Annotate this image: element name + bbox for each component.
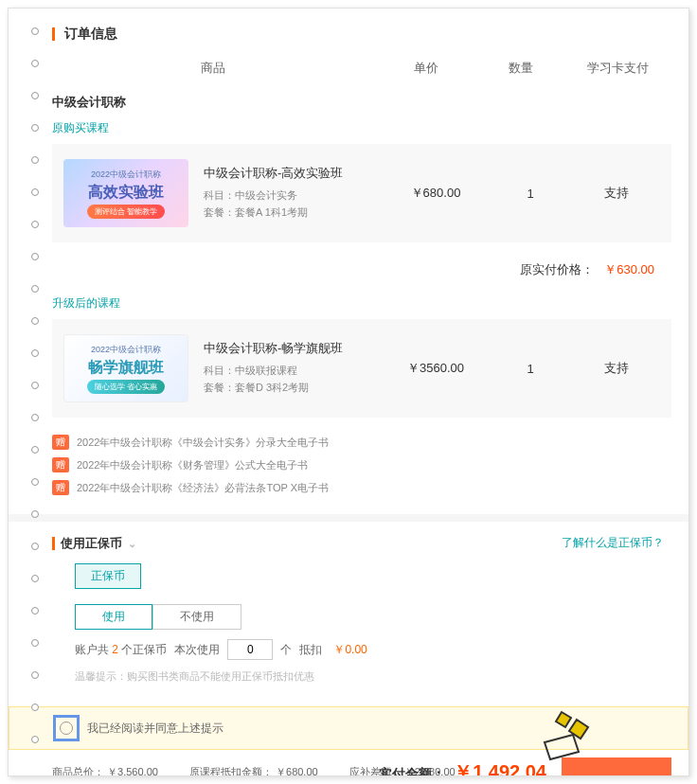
title-bar-icon bbox=[52, 27, 55, 41]
course-thumbnail: 2022中级会计职称 高效实验班 测评结合 智能教学 bbox=[63, 159, 188, 227]
course-row-upgraded: 2022中级会计职称 畅学旗舰班 随心选学 省心实惠 中级会计职称-畅学旗舰班 … bbox=[52, 319, 671, 418]
bullet-dot bbox=[31, 317, 39, 325]
gift-item: 赠 2022年中级会计职称《中级会计实务》分录大全电子书 bbox=[52, 431, 671, 454]
course-price: ￥680.00 bbox=[384, 185, 488, 202]
course-pay: 支持 bbox=[573, 360, 660, 377]
thumb-top-text: 2022中级会计职称 bbox=[91, 169, 161, 181]
gift-item: 赠 2022年中级会计职称《财务管理》公式大全电子书 bbox=[52, 454, 671, 476]
bullet-dot bbox=[31, 639, 39, 647]
course-info: 中级会计职称-高效实验班 科目：中级会计实务 套餐：套餐A 1科1考期 bbox=[204, 165, 384, 221]
coin-account-row: 账户共 2 个正保币 本次使用 个 抵扣 ￥0.00 bbox=[75, 639, 671, 660]
bullet-dot bbox=[31, 27, 39, 35]
thumb-main-text: 畅学旗舰班 bbox=[88, 358, 164, 378]
bullet-dot bbox=[31, 221, 39, 228]
bullet-dot bbox=[31, 253, 39, 260]
course-name: 中级会计职称-畅学旗舰班 bbox=[204, 340, 384, 357]
bullet-dot bbox=[31, 510, 39, 518]
coin-not-use-button[interactable]: 不使用 bbox=[152, 604, 241, 630]
course-thumbnail: 2022中级会计职称 畅学旗舰班 随心选学 省心实惠 bbox=[63, 334, 188, 402]
title-bar-icon bbox=[52, 537, 55, 550]
final-price: ￥1,492.04 bbox=[454, 761, 546, 776]
thumb-badge: 测评结合 智能教学 bbox=[87, 205, 165, 219]
original-course-header: 原购买课程 bbox=[52, 116, 671, 144]
bullet-column bbox=[31, 27, 39, 743]
coin-this-time-label: 本次使用 bbox=[174, 642, 220, 658]
table-header: 商品 单价 数量 学习卡支付 bbox=[52, 52, 671, 90]
coin-account-count: 2 bbox=[112, 643, 118, 656]
coin-info-link[interactable]: 了解什么是正保币？ bbox=[562, 535, 664, 551]
agree-highlight-box bbox=[53, 715, 80, 741]
thumb-main-text: 高效实验班 bbox=[88, 183, 164, 203]
course-subject: 科目：中级联报课程 bbox=[204, 363, 384, 380]
thumb-badge: 随心选学 省心实惠 bbox=[87, 380, 165, 394]
thumb-top-text: 2022中级会计职称 bbox=[91, 344, 161, 356]
bullet-dot bbox=[31, 478, 39, 486]
course-info: 中级会计职称-畅学旗舰班 科目：中级联报课程 套餐：套餐D 3科2考期 bbox=[204, 340, 384, 396]
col-price: 单价 bbox=[374, 60, 478, 77]
bullet-dot bbox=[31, 543, 39, 550]
bullet-dot bbox=[31, 607, 39, 615]
bullet-dot bbox=[31, 671, 39, 679]
original-paid-row: 原实付价格： ￥630.00 bbox=[52, 250, 671, 292]
coin-tip: 温馨提示：购买图书类商品不能使用正保币抵扣优惠 bbox=[75, 669, 671, 684]
agree-bar: 我已经阅读并同意上述提示 bbox=[9, 706, 688, 750]
bullet-dot bbox=[31, 704, 39, 711]
submit-order-button[interactable]: 提交订单 bbox=[562, 757, 671, 776]
coin-unit: 个 bbox=[280, 642, 292, 658]
coin-deduct-label: 抵扣 bbox=[299, 642, 322, 658]
course-subject: 科目：中级会计实务 bbox=[204, 187, 384, 205]
summary-row: 商品总价： ￥3,560.00 原课程抵扣金额： ￥680.00 应补差额： ￥… bbox=[52, 757, 671, 776]
bullet-dot bbox=[31, 156, 39, 164]
gift-badge-icon: 赠 bbox=[52, 435, 69, 450]
agree-radio[interactable] bbox=[60, 722, 73, 735]
gift-badge-icon: 赠 bbox=[52, 480, 69, 495]
gift-text: 2022年中级会计职称《中级会计实务》分录大全电子书 bbox=[77, 436, 329, 450]
section-divider bbox=[9, 514, 688, 522]
bullet-dot bbox=[31, 446, 39, 454]
bullet-dot bbox=[31, 349, 39, 357]
bullet-dot bbox=[31, 124, 39, 132]
main-content: 订单信息 商品 单价 数量 学习卡支付 中级会计职称 原购买课程 2022中级会… bbox=[45, 9, 688, 776]
section-order-info: 订单信息 bbox=[52, 20, 671, 52]
category-title: 中级会计职称 bbox=[52, 90, 671, 116]
paid-label: 原实付价格： bbox=[520, 262, 594, 276]
upgraded-course-header: 升级后的课程 bbox=[52, 292, 671, 319]
coin-deduct-value: ￥0.00 bbox=[333, 642, 366, 658]
final-price-box: 实付金额： ￥1,492.04 （支付成功可获得2880个正保币） bbox=[379, 759, 546, 776]
coin-input[interactable] bbox=[227, 639, 273, 660]
order-info-title: 订单信息 bbox=[64, 26, 117, 41]
bullet-dot bbox=[31, 575, 39, 582]
orig-deduct-value: ￥680.00 bbox=[276, 766, 318, 776]
orig-deduct-label: 原课程抵扣金额： bbox=[189, 766, 273, 776]
coin-use-toggle: 使用 不使用 bbox=[75, 604, 671, 630]
col-qty: 数量 bbox=[478, 60, 563, 77]
bullet-dot bbox=[31, 736, 39, 743]
chevron-down-icon: ⌄ bbox=[128, 538, 136, 550]
coin-tab[interactable]: 正保币 bbox=[75, 563, 141, 589]
final-label: 实付金额： bbox=[379, 766, 445, 776]
summary-area: 商品总价： ￥3,560.00 原课程抵扣金额： ￥680.00 应补差额： ￥… bbox=[52, 750, 671, 776]
course-row-original: 2022中级会计职称 高效实验班 测评结合 智能教学 中级会计职称-高效实验班 … bbox=[52, 144, 671, 242]
bullet-dot bbox=[31, 414, 39, 421]
agree-text: 我已经阅读并同意上述提示 bbox=[87, 721, 223, 737]
bullet-dot bbox=[31, 60, 39, 67]
gift-badge-icon: 赠 bbox=[52, 457, 69, 472]
col-pay: 学习卡支付 bbox=[563, 60, 671, 77]
course-package: 套餐：套餐D 3科2考期 bbox=[204, 380, 384, 397]
gift-text: 2022年中级会计职称《经济法》必背法条TOP X电子书 bbox=[77, 481, 329, 495]
gift-text: 2022年中级会计职称《财务管理》公式大全电子书 bbox=[77, 458, 308, 472]
coin-use-button[interactable]: 使用 bbox=[75, 604, 152, 630]
gift-item: 赠 2022年中级会计职称《经济法》必背法条TOP X电子书 bbox=[52, 476, 671, 499]
course-name: 中级会计职称-高效实验班 bbox=[204, 165, 384, 182]
course-price: ￥3560.00 bbox=[384, 360, 488, 377]
coin-title-text: 使用正保币 bbox=[61, 535, 122, 552]
bullet-dot bbox=[31, 188, 39, 196]
col-product: 商品 bbox=[52, 60, 374, 77]
course-pay: 支持 bbox=[573, 185, 660, 202]
total-label: 商品总价： bbox=[52, 766, 104, 776]
gifts-list: 赠 2022年中级会计职称《中级会计实务》分录大全电子书 赠 2022年中级会计… bbox=[52, 425, 671, 514]
page-wrapper: 订单信息 商品 单价 数量 学习卡支付 中级会计职称 原购买课程 2022中级会… bbox=[8, 8, 689, 776]
course-qty: 1 bbox=[488, 187, 573, 201]
total-value: ￥3,560.00 bbox=[107, 766, 158, 776]
course-qty: 1 bbox=[488, 362, 573, 376]
